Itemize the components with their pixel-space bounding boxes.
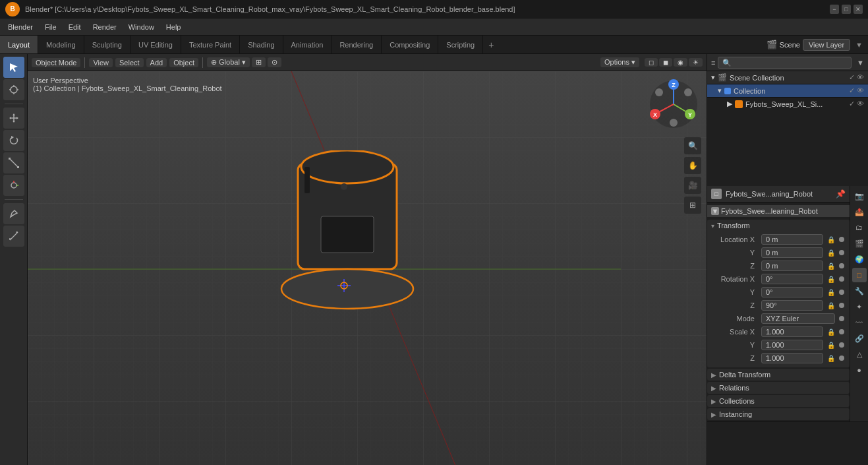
rotation-x-lock[interactable]: 🔒 [827, 276, 835, 283]
data-prop-icon[interactable]: △ [852, 347, 867, 361]
select-menu[interactable]: Select [115, 58, 144, 67]
scene-collection-check[interactable]: ✓ [849, 73, 855, 82]
scale-tool-button[interactable] [3, 152, 24, 173]
render-prop-icon[interactable]: 📷 [852, 189, 867, 203]
scale-y-lock[interactable]: 🔒 [827, 342, 835, 349]
physics-prop-icon[interactable]: 〰 [852, 315, 867, 330]
tab-scripting[interactable]: Scripting [438, 36, 483, 53]
delta-transform-header[interactable]: ▶ Delta Transform [707, 369, 850, 381]
scale-y-value[interactable]: 1.000 [761, 340, 823, 350]
transform-tool-button[interactable] [3, 175, 24, 196]
navigation-gizmo[interactable]: Z Y X [647, 78, 700, 131]
world-prop-icon[interactable]: 🌍 [852, 252, 867, 266]
object-prop-icon[interactable]: □ [852, 268, 867, 282]
fybots-check[interactable]: ✓ [849, 100, 855, 108]
rotate-tool-button[interactable] [3, 130, 24, 151]
scene-collection-eye[interactable]: 👁 [857, 73, 864, 82]
menu-render[interactable]: Render [88, 22, 122, 32]
rendered-shading-btn[interactable]: ☀ [689, 58, 703, 67]
scale-x-dot[interactable] [839, 329, 844, 334]
menu-blender[interactable]: Blender [3, 22, 38, 32]
options-button[interactable]: Options ▾ [600, 57, 639, 67]
tab-sculpting[interactable]: Sculpting [84, 36, 130, 53]
window-controls[interactable]: − □ ✕ [830, 5, 863, 14]
measure-tool-button[interactable] [3, 226, 24, 247]
location-z-lock[interactable]: 🔒 [827, 263, 835, 270]
orthographic-button[interactable]: ⊞ [684, 197, 701, 214]
zoom-to-selected-button[interactable]: 🔍 [684, 137, 701, 154]
outliner-filter-icon[interactable]: ▼ [857, 59, 864, 67]
location-z-dot[interactable] [839, 263, 844, 268]
scale-y-dot[interactable] [839, 342, 844, 348]
add-workspace-button[interactable]: + [483, 36, 499, 53]
rotation-z-lock[interactable]: 🔒 [827, 302, 835, 309]
scale-z-value[interactable]: 1.000 [761, 353, 823, 363]
maximize-button[interactable]: □ [842, 5, 851, 14]
collection-check[interactable]: ✓ [849, 86, 855, 95]
collection-row[interactable]: ▾ Collection ✓ 👁 [707, 84, 868, 98]
minimize-button[interactable]: − [830, 5, 839, 14]
collections-header[interactable]: ▶ Collections [707, 395, 850, 407]
proportional-edit[interactable]: ⊙ [268, 57, 281, 67]
menu-edit[interactable]: Edit [63, 22, 86, 32]
rotation-x-dot[interactable] [839, 276, 844, 282]
object-mode-dropdown[interactable]: Object Mode [32, 58, 80, 67]
scene-prop-icon[interactable]: 🎬 [852, 236, 867, 251]
tab-compositing[interactable]: Compositing [382, 36, 438, 53]
rotation-y-lock[interactable]: 🔒 [827, 289, 835, 296]
menu-file[interactable]: File [40, 22, 62, 32]
object-dropdown-row[interactable]: ▼ Fybots_Swee...leaning_Robot [707, 205, 850, 217]
menu-window[interactable]: Window [123, 22, 159, 32]
rotation-y-dot[interactable] [839, 290, 844, 295]
scene-collection-row[interactable]: ▾ 🎬 Scene Collection ✓ 👁 [707, 71, 868, 84]
transform-section-header[interactable]: ▾ Transform [707, 220, 850, 232]
add-menu[interactable]: Add [146, 58, 167, 67]
instancing-header[interactable]: ▶ Instancing [707, 408, 850, 420]
location-x-lock[interactable]: 🔒 [827, 236, 835, 243]
scale-x-value[interactable]: 1.000 [761, 326, 823, 337]
mode-dot[interactable] [839, 316, 844, 321]
tab-layout[interactable]: Layout [0, 36, 38, 53]
location-z-value[interactable]: 0 m [761, 261, 823, 271]
solid-shading-btn[interactable]: ◼ [659, 58, 672, 67]
snap-controls[interactable]: ⊞ [252, 57, 266, 67]
location-x-value[interactable]: 0 m [761, 234, 823, 245]
filter-icon-ws[interactable]: ▼ [855, 41, 863, 49]
scale-x-lock[interactable]: 🔒 [827, 328, 835, 336]
location-y-lock[interactable]: 🔒 [827, 249, 835, 257]
tab-texture-paint[interactable]: Texture Paint [181, 36, 240, 53]
constraints-prop-icon[interactable]: 🔗 [852, 331, 867, 346]
pan-view-button[interactable]: ✋ [684, 157, 701, 174]
relations-header[interactable]: ▶ Relations [707, 382, 850, 394]
tab-rendering[interactable]: Rendering [332, 36, 382, 53]
scale-z-dot[interactable] [839, 356, 844, 361]
viewport[interactable]: Object Mode View Select Add Object ⊕ Glo… [28, 54, 707, 465]
select-tool-button[interactable] [3, 57, 24, 78]
location-x-dot[interactable] [839, 237, 844, 242]
rotation-x-value[interactable]: 0° [761, 274, 823, 284]
tab-modeling[interactable]: Modeling [38, 36, 84, 53]
move-tool-button[interactable] [3, 108, 24, 129]
material-prop-icon[interactable]: ● [852, 363, 867, 377]
rotation-z-dot[interactable] [839, 303, 844, 308]
modifier-prop-icon[interactable]: 🔧 [852, 284, 867, 298]
particles-prop-icon[interactable]: ✦ [852, 299, 867, 314]
viewport-canvas[interactable]: User Perspective (1) Collection | Fybots… [28, 71, 707, 465]
annotate-tool-button[interactable] [3, 203, 24, 224]
fybots-eye[interactable]: 👁 [857, 100, 864, 108]
camera-view-button[interactable]: 🎥 [684, 177, 701, 194]
location-y-value[interactable]: 0 m [761, 247, 823, 258]
rotation-z-value[interactable]: 90° [761, 300, 823, 311]
location-y-dot[interactable] [839, 250, 844, 255]
view-layer-prop-icon[interactable]: 🗂 [852, 220, 867, 235]
view-layer-button[interactable]: View Layer [803, 39, 850, 51]
view-menu[interactable]: View [89, 58, 113, 67]
menu-help[interactable]: Help [161, 22, 187, 32]
pin-icon[interactable]: 📌 [836, 189, 846, 199]
material-shading-btn[interactable]: ◉ [674, 58, 687, 67]
cursor-tool-button[interactable] [3, 79, 24, 100]
tab-uv-editing[interactable]: UV Editing [130, 36, 181, 53]
output-prop-icon[interactable]: 📤 [852, 204, 867, 219]
robot-object[interactable] [278, 150, 436, 335]
mode-value[interactable]: XYZ Euler [761, 313, 835, 324]
